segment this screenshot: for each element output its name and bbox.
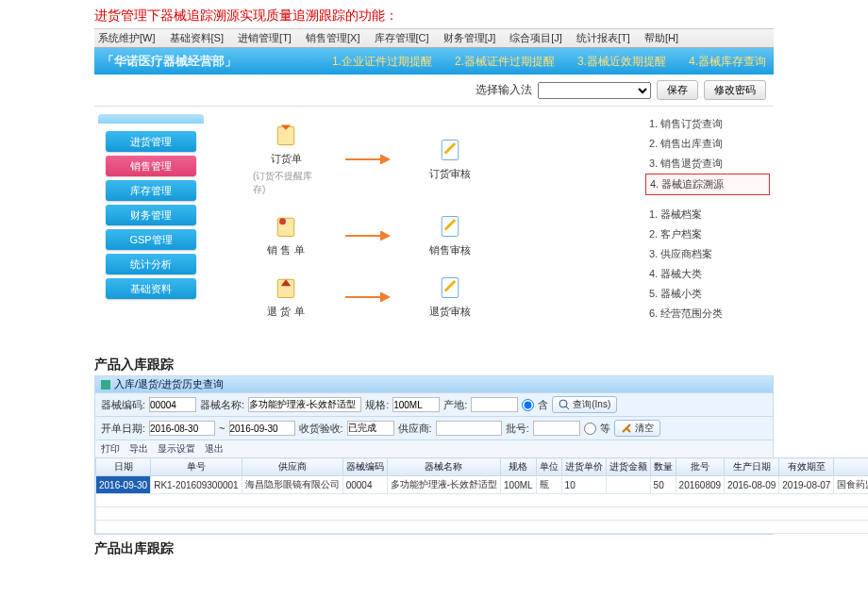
quicklink-item[interactable]: 6. 经营范围分类	[645, 304, 770, 324]
quicklink-item[interactable]: 1. 销售订货查询	[645, 114, 770, 134]
cell: 20160809	[676, 476, 725, 494]
col-header[interactable]: 批号	[676, 458, 725, 476]
col-header[interactable]: 生产日期	[725, 458, 779, 476]
col-header[interactable]: 日期	[96, 458, 151, 476]
quicklink-item[interactable]: 4. 器械大类	[645, 264, 770, 284]
flow-label: 退 货 单	[267, 305, 304, 319]
tool-print[interactable]: 打印	[101, 442, 120, 456]
header-link[interactable]: 4.器械库存查询	[689, 54, 766, 70]
sidebar-item-sales[interactable]: 销售管理	[106, 156, 196, 176]
menu-item[interactable]: 综合项目[J]	[509, 32, 562, 43]
date-sep: ~	[219, 423, 225, 434]
menu-item[interactable]: 库存管理[C]	[375, 32, 429, 43]
menu-item[interactable]: 销售管理[X]	[306, 32, 359, 43]
sidebar-cap	[98, 114, 204, 124]
filter-radio-equal[interactable]	[584, 423, 596, 435]
filter-batch-input[interactable]	[533, 421, 580, 436]
sidebar-item-stats[interactable]: 统计分析	[106, 254, 196, 274]
cell: RK1-201609300001	[151, 476, 242, 494]
filter-name-label: 器械名称:	[200, 398, 244, 412]
filter-code-input[interactable]	[149, 397, 196, 412]
menubar: 系统维护[W] 基础资料[S] 进销管理[T] 销售管理[X] 库存管理[C] …	[94, 28, 774, 48]
flow-label: 订货审核	[429, 167, 471, 181]
tool-display[interactable]: 显示设置	[158, 442, 195, 456]
audit-icon	[437, 137, 463, 163]
header-link[interactable]: 3.器械近效期提醒	[577, 54, 666, 70]
filter-batch-label: 批号:	[506, 422, 529, 436]
filter-radio-equal-label: 等	[600, 422, 610, 436]
quicklink-item[interactable]: 3. 供应商档案	[645, 244, 770, 264]
save-button[interactable]: 保存	[657, 80, 698, 100]
header-link[interactable]: 2.器械证件过期提醒	[455, 54, 555, 70]
input-method-select[interactable]	[538, 82, 651, 99]
filter-receiver-label: 收货验收:	[299, 422, 343, 436]
quicklink-item[interactable]: 2. 销售出库查询	[645, 134, 770, 154]
col-header[interactable]: 单号	[151, 458, 242, 476]
cell: 多功能护理液-长效舒适型	[387, 476, 500, 494]
table-row[interactable]: 2016-09-30 RK1-201609300001 海昌隐形眼镜有限公司 0…	[96, 476, 869, 494]
section-inbound-label: 产品入库跟踪	[0, 351, 868, 375]
order-form-icon	[273, 122, 299, 148]
flow-label: 销 售 单	[267, 243, 304, 257]
col-header[interactable]: 供应商	[242, 458, 342, 476]
menu-item[interactable]: 基础资料[S]	[170, 32, 224, 43]
col-header[interactable]: 注册证号	[834, 458, 868, 476]
col-header[interactable]: 器械编码	[342, 458, 387, 476]
clear-button[interactable]: 清空	[614, 420, 660, 437]
arrow-icon	[345, 155, 391, 164]
svg-rect-7	[101, 380, 110, 390]
cell: 50	[650, 476, 676, 494]
flow-sales-form[interactable]: 销 售 单	[253, 213, 319, 257]
filter-spec-label: 规格:	[365, 398, 389, 412]
menu-item[interactable]: 统计报表[T]	[576, 32, 630, 43]
col-header[interactable]: 进货金额	[606, 458, 650, 476]
tool-exit[interactable]: 退出	[205, 442, 224, 456]
flow-sales-audit[interactable]: 销售审核	[417, 213, 483, 257]
return-form-icon	[273, 274, 299, 301]
filter-receiver-input[interactable]	[347, 421, 394, 436]
menu-item[interactable]: 进销管理[T]	[238, 32, 292, 43]
filter-radio-include[interactable]	[522, 399, 534, 411]
filter-bar: 器械编码: 器械名称: 规格: 产地: 含 查询(Ins)	[95, 392, 773, 416]
svg-point-8	[559, 400, 567, 407]
query-button[interactable]: 查询(Ins)	[552, 396, 617, 413]
cell: 00004	[342, 476, 387, 494]
change-password-button[interactable]: 修改密码	[704, 80, 766, 100]
col-header[interactable]: 有效期至	[779, 458, 834, 476]
filter-date-from[interactable]	[149, 421, 215, 436]
menu-item[interactable]: 财务管理[J]	[443, 32, 496, 43]
sidebar-item-gsp[interactable]: GSP管理	[106, 229, 196, 250]
sidebar-item-finance[interactable]: 财务管理	[106, 205, 196, 225]
col-header[interactable]: 进货单价	[561, 458, 606, 476]
menu-item[interactable]: 帮助[H]	[644, 32, 678, 43]
filter-supplier-label: 供应商:	[398, 422, 432, 436]
filter-name-input[interactable]	[248, 397, 361, 412]
header-link[interactable]: 1.企业证件过期提醒	[332, 54, 432, 70]
sidebar-item-basic[interactable]: 基础资料	[106, 278, 196, 299]
toolstrip: 打印 导出 显示设置 退出	[95, 440, 773, 457]
flow-return-form[interactable]: 退 货 单	[253, 274, 319, 319]
sidebar-item-stock[interactable]: 库存管理	[106, 180, 196, 201]
col-header[interactable]: 单位	[536, 458, 561, 476]
col-header[interactable]: 数量	[650, 458, 676, 476]
filter-supplier-input[interactable]	[436, 421, 502, 436]
filter-origin-input[interactable]	[471, 397, 518, 412]
tool-export[interactable]: 导出	[129, 442, 148, 456]
filter-spec-input[interactable]	[392, 397, 440, 412]
menu-item[interactable]: 系统维护[W]	[98, 32, 156, 43]
quicklink-item[interactable]: 5. 器械小类	[645, 284, 770, 304]
quicklink-item[interactable]: 2. 客户档案	[645, 224, 770, 244]
quicklink-item[interactable]: 1. 器械档案	[645, 205, 770, 224]
quicklink-item[interactable]: 3. 销售退货查询	[645, 154, 770, 174]
flow-return-audit[interactable]: 退货审核	[417, 274, 483, 319]
sidebar-item-purchase[interactable]: 进货管理	[106, 131, 196, 152]
col-header[interactable]: 器械名称	[387, 458, 500, 476]
flow-order-audit[interactable]: 订货审核	[417, 137, 483, 181]
col-header[interactable]: 规格	[501, 458, 537, 476]
toolbar: 选择输入法 保存 修改密码	[94, 75, 774, 107]
right-quicklinks: 1. 销售订货查询 2. 销售出库查询 3. 销售退货查询 4. 器械追踪溯源 …	[642, 107, 774, 351]
filter-date-to[interactable]	[229, 421, 295, 436]
quicklink-item-trace[interactable]: 4. 器械追踪溯源	[645, 174, 770, 195]
flow-order-form[interactable]: 订货单 (订货不提醒库存)	[253, 122, 319, 196]
section-outbound-label: 产品出库跟踪	[0, 535, 868, 559]
